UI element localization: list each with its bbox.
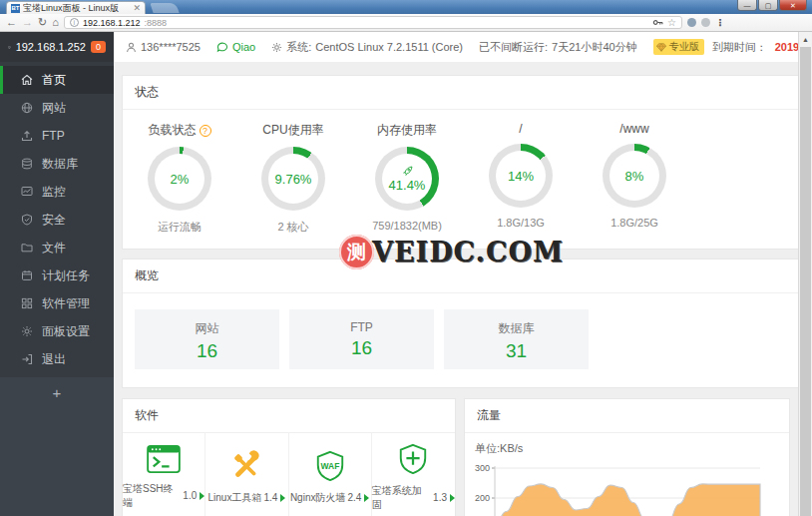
software-label: 宝塔SSH终端 [123, 482, 181, 510]
software-version: 1.0 [183, 490, 197, 501]
sidebar-item-monitor[interactable]: 监控 [0, 178, 114, 206]
help-icon[interactable]: ? [200, 125, 211, 137]
status-panel-title: 状态 [123, 76, 803, 110]
overview-label: FTP [289, 320, 434, 334]
page-scrollbar[interactable]: ▲ [798, 32, 812, 516]
tab-close-icon[interactable]: ✕ [133, 4, 141, 13]
gauge-memory: 内存使用率 41.4% 759/1832(MB) [350, 122, 464, 235]
play-icon [280, 494, 285, 502]
shield-icon [21, 214, 33, 226]
qq-name[interactable]: Qiao [232, 41, 255, 53]
expire-label: 到期时间： [712, 40, 767, 55]
server-ip-block[interactable]: 192.168.1.252 0 [0, 32, 114, 62]
back-button[interactable]: ← [6, 17, 17, 28]
gauge-title: CPU使用率 [262, 122, 323, 139]
sidebar-item-settings[interactable]: 面板设置 [0, 317, 114, 345]
system-value: CentOS Linux 7.2.1511 (Core) [315, 41, 463, 53]
user-phone: 136****7525 [141, 41, 201, 53]
sidebar-item-label: 文件 [42, 240, 66, 257]
rocket-icon[interactable] [401, 165, 414, 178]
message-count-badge[interactable]: 0 [91, 41, 106, 54]
gauge-title: 内存使用率 [377, 122, 437, 139]
sidebar-item-website[interactable]: 网站 [0, 94, 114, 122]
sidebar-item-label: 面板设置 [42, 323, 90, 340]
software-item-ssh-terminal[interactable]: 宝塔SSH终端1.0 [123, 433, 205, 516]
software-version: 1.3 [433, 492, 447, 503]
memory-donut-chart: 41.4% [375, 147, 439, 211]
extension-icon[interactable] [687, 18, 696, 27]
overview-value: 31 [444, 340, 589, 362]
pro-plan-badge[interactable]: 专业版 [653, 39, 704, 55]
traffic-area-chart: 300200100 [465, 458, 774, 516]
url-text: 192.168.1.212 [83, 18, 141, 28]
grid-icon [21, 297, 33, 309]
extension-icon[interactable] [701, 18, 710, 27]
sidebar-item-ftp[interactable]: FTP [0, 122, 114, 150]
traffic-unit-label: 单位:KB/s [475, 441, 789, 456]
home-button[interactable]: ⌂ [52, 17, 59, 28]
software-version: 2.4 [347, 492, 361, 503]
calendar-icon [21, 269, 33, 281]
browser-menu-icon[interactable]: ⋮ [715, 17, 725, 28]
new-tab-button[interactable] [150, 3, 179, 13]
url-bar[interactable]: i 192.168.1.212:8888 ☆ [64, 16, 682, 29]
sidebar-item-label: 安全 [42, 212, 66, 229]
overview-box-ftp[interactable]: FTP 16 [289, 309, 434, 369]
qq-contact[interactable]: Qiao [216, 41, 255, 53]
overview-box-database[interactable]: 数据库 31 [444, 309, 589, 369]
scroll-up-arrow[interactable]: ▲ [799, 32, 812, 46]
key-permission-icon[interactable] [652, 17, 663, 28]
software-label: Nginx防火墙 [290, 491, 346, 505]
forward-button[interactable]: → [22, 17, 33, 28]
reload-button[interactable]: ↻ [38, 17, 47, 28]
sidebar-item-logout[interactable]: 退出 [0, 345, 114, 373]
software-panel-title: 软件 [123, 399, 455, 433]
overview-panel: 概览 网站 16 FTP 16 数据库 31 [122, 258, 804, 388]
software-item-linux-toolbox[interactable]: Linux工具箱1.4 [205, 433, 288, 516]
system-label: 系统: [286, 40, 311, 55]
user-account[interactable]: 136****7525 [126, 41, 201, 53]
sidebar-item-home[interactable]: 首页 [0, 66, 114, 94]
sidebar-item-database[interactable]: 数据库 [0, 150, 114, 178]
sidebar-item-security[interactable]: 安全 [0, 206, 114, 234]
gauge-load: 负载状态? 2% 运行流畅 [123, 122, 236, 235]
scrollbar-thumb[interactable] [800, 47, 811, 516]
sidebar-item-label: 网站 [42, 100, 66, 117]
sidebar-add-button[interactable]: + [0, 377, 114, 516]
play-icon [450, 494, 455, 502]
sidebar-item-label: FTP [42, 129, 65, 143]
software-item-system-hardening[interactable]: 宝塔系统加固1.3 [372, 433, 455, 516]
sidebar-item-label: 监控 [42, 184, 66, 201]
overview-value: 16 [135, 340, 279, 362]
watermark-badge: 测 [339, 235, 374, 269]
software-panel: 软件 宝塔SSH终端1.0 Linux工具箱1.4 WAF Nginx防火墙 [122, 398, 456, 516]
load-donut-chart: 2% [148, 147, 211, 211]
browser-tab[interactable]: BT 宝塔Linux面板 - Linux版 ✕ [6, 1, 146, 14]
uptime-value: 7天21小时40分钟 [552, 40, 637, 55]
sidebar-item-app-store[interactable]: 软件管理 [0, 289, 114, 317]
window-minimize-button[interactable]: — [737, 0, 757, 11]
bt-favicon: BT [11, 4, 20, 13]
sidebar-item-label: 首页 [42, 72, 66, 89]
sidebar-item-files[interactable]: 文件 [0, 234, 114, 261]
logout-icon [21, 353, 33, 365]
shield-plus-icon [397, 443, 429, 475]
page-info-icon[interactable]: i [70, 18, 79, 27]
database-icon [21, 158, 33, 170]
window-maximize-button[interactable]: ▢ [758, 0, 778, 11]
terminal-icon [147, 445, 181, 473]
screen: BT 宝塔Linux面板 - Linux版 ✕ — ▢ ✕ ← → ↻ ⌂ i … [0, 0, 812, 516]
tools-icon [230, 450, 262, 482]
bookmark-star-icon[interactable]: ☆ [667, 18, 676, 28]
plan-label: 专业版 [669, 40, 699, 54]
gauge-title: / [519, 122, 522, 136]
play-icon [200, 492, 204, 500]
overview-value: 16 [289, 337, 434, 359]
gauge-cpu: CPU使用率 9.76% 2 核心 [236, 122, 350, 235]
cpu-donut-chart: 9.76% [261, 147, 325, 211]
overview-box-website[interactable]: 网站 16 [135, 309, 279, 369]
software-item-nginx-waf[interactable]: WAF Nginx防火墙2.4 [289, 433, 372, 516]
sidebar-item-cron[interactable]: 计划任务 [0, 261, 114, 289]
window-close-button[interactable]: ✕ [779, 0, 807, 11]
sidebar-item-label: 退出 [42, 351, 66, 368]
